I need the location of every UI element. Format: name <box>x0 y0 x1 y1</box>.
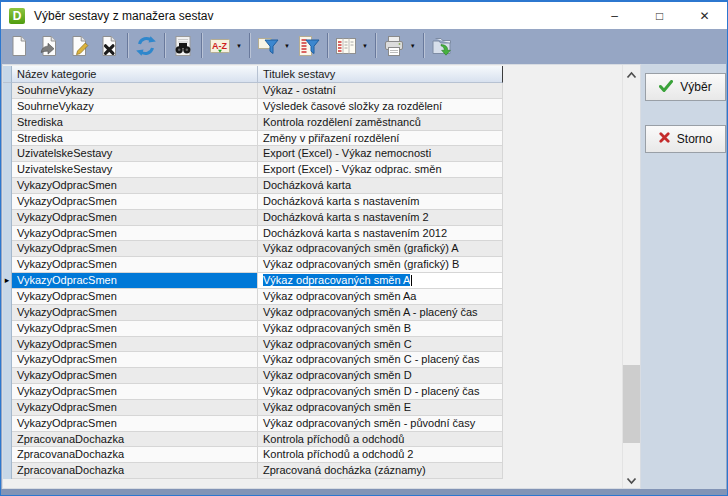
maximize-button[interactable]: □ <box>637 2 682 29</box>
refresh-button[interactable] <box>131 32 161 59</box>
column-header-title[interactable]: Titulek sestavy <box>258 66 503 83</box>
cell-title[interactable]: Výkaz odpracovaných směn (grafický) B <box>258 257 503 273</box>
cell-category[interactable]: VykazyOdpracSmen <box>12 368 258 384</box>
cell-title[interactable]: Výkaz odpracovaných směn (grafický) A <box>258 241 503 257</box>
cell-category[interactable]: SouhrneVykazy <box>12 83 258 99</box>
dropdown-caret-icon[interactable]: ▼ <box>410 43 416 49</box>
table-row[interactable]: ZpracovanaDochazkaZpracovaná docházka (z… <box>3 463 503 479</box>
print-button[interactable]: ▼ <box>379 32 420 59</box>
cell-category[interactable]: VykazyOdpracSmen <box>12 273 258 289</box>
table-row[interactable]: ZpracovanaDochazkaKontrola příchodů a od… <box>3 432 503 448</box>
table-row[interactable]: VykazyOdpracSmenVýkaz odpracovaných směn… <box>3 305 503 321</box>
cell-category[interactable]: VykazyOdpracSmen <box>12 352 258 368</box>
cell-title[interactable]: Změny v přiřazení rozdělení <box>258 131 503 147</box>
dropdown-caret-icon[interactable]: ▼ <box>236 43 242 49</box>
cell-title[interactable]: Výkaz - ostatní <box>258 83 503 99</box>
cell-category[interactable]: VykazyOdpracSmen <box>12 305 258 321</box>
cell-title[interactable]: Výkaz odpracovaných směn C <box>258 337 503 353</box>
cell-category[interactable]: VykazyOdpracSmen <box>12 384 258 400</box>
cell-title[interactable]: Výsledek časové složky za rozdělení <box>258 99 503 115</box>
table-row[interactable]: UzivatelskeSestavyExport (Excel) - Výkaz… <box>3 162 503 178</box>
cell-category[interactable]: SouhrneVykazy <box>12 99 258 115</box>
table-row[interactable]: VykazyOdpracSmenVýkaz odpracovaných směn… <box>3 384 503 400</box>
table-row[interactable]: UzivatelskeSestavyExport (Excel) - Výkaz… <box>3 146 503 162</box>
cell-category[interactable]: VykazyOdpracSmen <box>12 337 258 353</box>
filter-button[interactable]: ▼ <box>253 32 294 59</box>
table-row[interactable]: ZpracovanaDochazkaKontrola příchodů a od… <box>3 447 503 463</box>
cell-title[interactable]: Výkaz odpracovaných směn C - placený čas <box>258 352 503 368</box>
cell-category[interactable]: ZpracovanaDochazka <box>12 463 258 479</box>
vertical-scrollbar[interactable] <box>622 65 640 488</box>
cell-category[interactable]: VykazyOdpracSmen <box>12 178 258 194</box>
dropdown-caret-icon[interactable]: ▼ <box>362 43 368 49</box>
table-row[interactable]: VykazyOdpracSmenVýkaz odpracovaných směn… <box>3 241 503 257</box>
table-row[interactable]: VykazyOdpracSmenDocházková karta s nasta… <box>3 210 503 226</box>
cell-category[interactable]: VykazyOdpracSmen <box>12 241 258 257</box>
filter-settings-button[interactable] <box>294 32 324 59</box>
table-row[interactable]: VykazyOdpracSmenVýkaz odpracovaných směn… <box>3 321 503 337</box>
cell-title[interactable]: Zpracovaná docházka (záznamy) <box>258 463 503 479</box>
cell-category[interactable]: UzivatelskeSestavy <box>12 162 258 178</box>
cell-title[interactable]: Výkaz odpracovaných směn E <box>258 400 503 416</box>
cell-title[interactable]: Docházková karta s nastavením 2012 <box>258 226 503 242</box>
cell-category[interactable]: VykazyOdpracSmen <box>12 257 258 273</box>
cell-category[interactable]: VykazyOdpracSmen <box>12 416 258 432</box>
table-row[interactable]: VykazyOdpracSmenVýkaz odpracovaných směn… <box>3 368 503 384</box>
new-report-button[interactable] <box>4 32 34 59</box>
close-button[interactable]: ✕ <box>682 2 727 29</box>
sort-az-button[interactable]: A-Z▼ <box>205 32 246 59</box>
cell-title[interactable]: Kontrola příchodů a odchodů 2 <box>258 447 503 463</box>
cell-category[interactable]: VykazyOdpracSmen <box>12 289 258 305</box>
cell-title[interactable]: Export (Excel) - Výkaz odprac. směn <box>258 162 503 178</box>
cell-title[interactable]: Docházková karta s nastavením 2 <box>258 210 503 226</box>
cancel-button[interactable]: Storno <box>645 125 726 153</box>
cell-category[interactable]: UzivatelskeSestavy <box>12 146 258 162</box>
cell-title[interactable]: Výkaz odpracovaných směn D <box>258 368 503 384</box>
columns-button[interactable]: ▼ <box>331 32 372 59</box>
cell-title[interactable]: Výkaz odpracovaných směn A - placený čas <box>258 305 503 321</box>
table-row[interactable]: VykazyOdpracSmenVýkaz odpracovaných směn… <box>3 289 503 305</box>
table-row[interactable]: VykazyOdpracSmenDocházková karta <box>3 178 503 194</box>
cell-title[interactable]: Výkaz odpracovaných směn D - placený čas <box>258 384 503 400</box>
table-row[interactable]: VykazyOdpracSmenVýkaz odpracovaných směn… <box>3 352 503 368</box>
cell-title[interactable]: Kontrola příchodů a odchodů <box>258 432 503 448</box>
cell-category[interactable]: VykazyOdpracSmen <box>12 194 258 210</box>
cell-title[interactable]: Docházková karta <box>258 178 503 194</box>
find-button[interactable] <box>168 32 198 59</box>
table-row[interactable]: VykazyOdpracSmenDocházková karta s nasta… <box>3 226 503 242</box>
delete-report-button[interactable] <box>94 32 124 59</box>
dropdown-caret-icon[interactable]: ▼ <box>284 43 290 49</box>
table-row[interactable]: SouhrneVykazyVýkaz - ostatní <box>3 83 503 99</box>
cell-category[interactable]: VykazyOdpracSmen <box>12 400 258 416</box>
cell-category[interactable]: ZpracovanaDochazka <box>12 432 258 448</box>
cell-title[interactable]: Výkaz odpracovaných směn B <box>258 321 503 337</box>
scrollbar-thumb[interactable] <box>623 365 640 443</box>
scroll-up-button[interactable] <box>623 65 640 82</box>
table-row[interactable]: StrediskaZměny v přiřazení rozdělení <box>3 131 503 147</box>
minimize-button[interactable]: – <box>592 2 637 29</box>
cell-category[interactable]: VykazyOdpracSmen <box>12 321 258 337</box>
cell-category[interactable]: VykazyOdpracSmen <box>12 226 258 242</box>
cell-category[interactable]: Strediska <box>12 115 258 131</box>
cell-title[interactable]: Kontrola rozdělení zaměstnanců <box>258 115 503 131</box>
cell-title[interactable]: Export (Excel) - Výkaz nemocnosti <box>258 146 503 162</box>
table-row[interactable]: StrediskaKontrola rozdělení zaměstnanců <box>3 115 503 131</box>
export-button[interactable] <box>427 32 457 59</box>
cell-title[interactable]: Výkaz odpracovaných směn Aa <box>258 289 503 305</box>
copy-report-button[interactable] <box>34 32 64 59</box>
table-row[interactable]: VykazyOdpracSmenVýkaz odpracovaných směn… <box>3 416 503 432</box>
cell-category[interactable]: ZpracovanaDochazka <box>12 447 258 463</box>
cell-title[interactable]: Výkaz odpracovaných směn A <box>258 273 503 289</box>
scroll-down-button[interactable] <box>623 471 640 488</box>
cell-title[interactable]: Výkaz odpracovaných směn - původní časy <box>258 416 503 432</box>
cell-title[interactable]: Docházková karta s nastavením <box>258 194 503 210</box>
cell-category[interactable]: Strediska <box>12 131 258 147</box>
table-row[interactable]: VykazyOdpracSmenDocházková karta s nasta… <box>3 194 503 210</box>
table-row[interactable]: ▸VykazyOdpracSmenVýkaz odpracovaných smě… <box>3 273 503 289</box>
table-row[interactable]: VykazyOdpracSmenVýkaz odpracovaných směn… <box>3 257 503 273</box>
column-header-category[interactable]: Název kategorie <box>12 66 258 83</box>
select-button[interactable]: Výběr <box>645 73 726 101</box>
edit-report-button[interactable] <box>64 32 94 59</box>
table-row[interactable]: VykazyOdpracSmenVýkaz odpracovaných směn… <box>3 400 503 416</box>
cell-category[interactable]: VykazyOdpracSmen <box>12 210 258 226</box>
